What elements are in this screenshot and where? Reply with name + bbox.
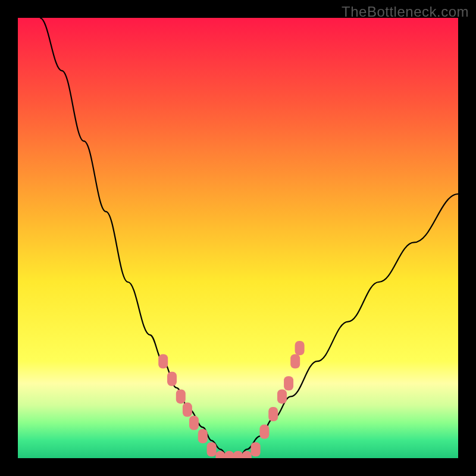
curve-marker xyxy=(295,341,305,355)
gradient-background xyxy=(18,18,458,458)
curve-marker xyxy=(215,451,225,458)
curve-marker xyxy=(158,354,168,368)
chart-frame: TheBottleneck.com xyxy=(0,0,476,476)
curve-marker xyxy=(207,442,217,456)
curve-marker xyxy=(259,425,269,439)
curve-marker xyxy=(233,451,243,458)
curve-marker xyxy=(277,389,287,403)
curve-marker xyxy=(198,429,208,443)
curve-marker xyxy=(284,376,293,390)
curve-marker xyxy=(224,451,234,458)
curve-marker xyxy=(251,442,261,456)
watermark-text: TheBottleneck.com xyxy=(342,4,469,20)
chart-svg xyxy=(18,18,458,458)
curve-marker xyxy=(242,451,252,458)
plot-area xyxy=(18,18,458,458)
curve-marker xyxy=(167,372,177,386)
curve-marker xyxy=(183,403,192,417)
curve-marker xyxy=(290,354,300,368)
curve-marker xyxy=(176,389,186,403)
curve-marker xyxy=(189,416,199,430)
curve-marker xyxy=(268,407,278,421)
